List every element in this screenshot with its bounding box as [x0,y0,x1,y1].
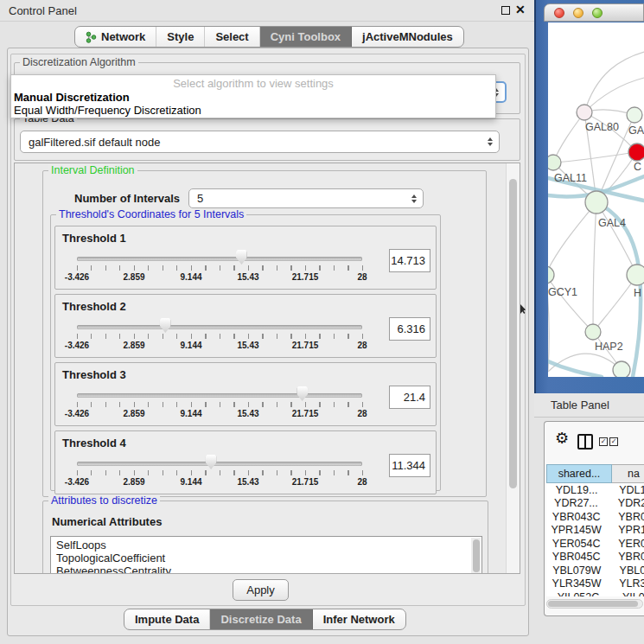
numerical-attributes-list[interactable]: SelfLoopsTopologicalCoefficientBetweenne… [50,536,482,574]
columns-icon[interactable] [577,434,593,450]
scrollbar-thumb[interactable] [509,179,517,488]
network-node-node-top-right[interactable] [627,107,642,123]
cell-shared-name[interactable]: YLR345W [546,577,607,590]
network-node-red-node[interactable] [628,143,644,161]
tab-network[interactable]: Network [75,27,156,47]
minimize-traffic-light-icon[interactable] [573,8,583,18]
network-edge[interactable] [548,354,622,372]
threshold-value-field[interactable]: 6.316 [389,317,430,341]
network-edge[interactable] [584,52,644,112]
number-of-intervals-combobox[interactable]: 5 [188,188,424,208]
tab-infer-network[interactable]: Infer Network [313,609,405,629]
interval-definition-title: Interval Definition [48,164,137,176]
gear-icon[interactable]: ⚙ [555,429,569,448]
cell-shared-name[interactable]: YBR045C [546,551,606,563]
tab-cyni-toolbox[interactable]: Cyni Toolbox [260,27,352,47]
network-edge[interactable] [548,202,596,275]
settings-vertical-scrollbar[interactable] [506,163,520,573]
slider-ticks [77,470,363,475]
threshold-value-field[interactable]: 21.4 [389,386,430,409]
slider-track[interactable] [77,257,362,261]
table-row[interactable]: YDR27...YDR2 [546,497,644,511]
network-edge[interactable] [553,152,637,163]
threshold-value-field[interactable]: 11.344 [389,454,430,477]
attribute-list-item[interactable]: SelfLoops [51,539,481,552]
tab-impute-data[interactable]: Impute Data [124,609,210,629]
slider-track[interactable] [77,325,362,329]
table-row[interactable]: YDL19...YDL1 [546,483,644,497]
close-icon[interactable]: ✕ [515,3,526,16]
table-data-combobox[interactable]: galFiltered.sif default node [20,131,500,153]
scale-label: 21.715 [292,272,319,282]
threshold-slider[interactable]: -3.4262.8599.14415.4321.71528 [77,319,362,354]
slider-thumb[interactable] [236,250,247,265]
dropdown-option-equal-width-frequency-discretization[interactable]: Equal Width/Frequency Discretization [11,104,495,117]
table-column-header-shared[interactable]: shared... [546,464,612,483]
network-window-titlebar[interactable] [544,3,644,22]
scrollbar-thumb[interactable] [548,601,638,607]
zoom-traffic-light-icon[interactable] [592,8,603,18]
slider-track[interactable] [77,462,362,466]
table-column-header-name[interactable]: na [612,464,644,483]
cell-name[interactable]: YBL0 [608,564,644,577]
tab-discretize-data[interactable]: Discretize Data [210,609,312,629]
cell-name[interactable]: YER0 [606,538,644,550]
network-node-hap2[interactable] [585,324,601,340]
table-row[interactable]: YBR043CYBR0 [546,510,644,524]
attribute-list-item[interactable]: BetweennessCentrality [51,564,481,574]
table-row[interactable]: YLR345WYLR3 [546,577,644,591]
close-traffic-light-icon[interactable] [554,8,564,18]
threshold-slider[interactable]: -3.4262.8599.14415.4321.71528 [77,387,362,422]
threshold-slider[interactable]: -3.4262.8599.14415.4321.71528 [77,456,362,490]
threshold-value-field[interactable]: 14.713 [389,249,430,272]
network-node-partial-node[interactable] [613,361,630,377]
attributes-list-scrollbar[interactable] [471,538,481,574]
cell-shared-name[interactable]: YBR043C [546,511,606,523]
cell-name[interactable]: YIL0 [610,591,644,596]
network-node-gal4[interactable] [585,191,608,214]
network-node-gal11[interactable] [548,155,561,170]
checkbox-icon[interactable]: ✓ [609,437,618,446]
network-edge[interactable] [553,112,584,163]
cell-name[interactable]: YDL1 [607,484,644,496]
cell-shared-name[interactable]: YDR27... [546,497,606,509]
cell-name[interactable]: YBR0 [606,551,644,563]
network-edge[interactable] [593,202,596,332]
cell-name[interactable]: YPR1 [606,524,644,536]
network-node-h-node[interactable] [627,265,644,285]
slider-track[interactable] [77,393,362,398]
network-node-gcy1[interactable] [548,266,554,284]
dropdown-option-manual-discretization[interactable]: Manual Discretization [11,91,495,104]
cell-shared-name[interactable]: YBL079W [546,564,608,577]
table-row[interactable]: YBR045CYBR0 [546,551,644,564]
cell-shared-name[interactable]: YIL052C [546,591,610,596]
tab-jactivemnodules[interactable]: jActiveMNodules [352,27,463,47]
apply-button[interactable]: Apply [233,579,289,601]
float-icon[interactable] [501,6,510,15]
table-row[interactable]: YER054CYER0 [546,537,644,551]
slider-thumb[interactable] [296,386,308,401]
node-label-gal80: GAL80 [585,121,619,133]
threshold-slider[interactable]: -3.4262.8599.14415.4321.71528 [77,251,362,285]
cell-shared-name[interactable]: YPR145W [546,524,606,536]
cell-shared-name[interactable]: YER054C [546,538,606,550]
scrollbar-thumb[interactable] [473,539,480,572]
table-row[interactable]: YBL079WYBL0 [546,564,644,577]
slider-thumb[interactable] [160,318,171,333]
cell-shared-name[interactable]: YDL19... [546,484,607,496]
table-row[interactable]: YPR145WYPR1 [546,524,644,538]
network-node-gal80[interactable] [577,105,592,120]
slider-thumb[interactable] [206,455,217,469]
cell-name[interactable]: YDR2 [606,497,644,509]
cell-name[interactable]: YLR3 [607,577,644,590]
checkbox-icon[interactable]: ✓ [599,437,608,446]
network-edge-thick[interactable] [548,361,602,377]
network-canvas[interactable]: GAL80GACGAL11GAL4GCY1HHAP2 [548,22,644,377]
table-horizontal-scrollbar[interactable] [546,599,643,609]
tab-select[interactable]: Select [205,27,259,47]
attribute-list-item[interactable]: TopologicalCoefficient [51,552,481,564]
network-edge[interactable] [548,275,593,332]
cell-name[interactable]: YBR0 [606,511,644,523]
tab-style[interactable]: Style [156,27,205,47]
table-row[interactable]: YIL052CYIL0 [546,590,644,596]
